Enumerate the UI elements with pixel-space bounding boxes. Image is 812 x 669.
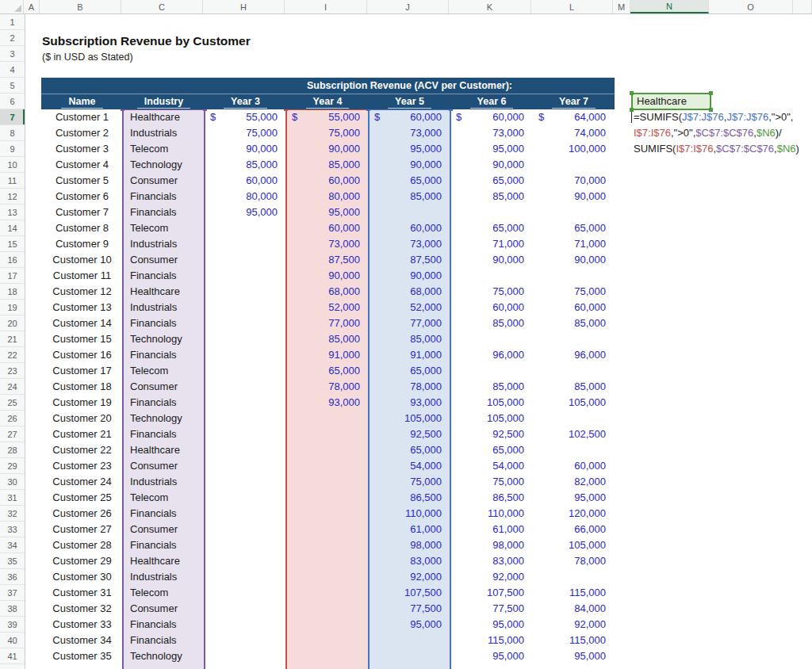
cell-industry[interactable]: Technology (123, 331, 205, 347)
cell-name[interactable]: Customer 30 (41, 569, 123, 585)
cell-year4[interactable] (286, 458, 369, 474)
cell-year4[interactable]: 85,000 (286, 331, 369, 347)
table-header-year-3[interactable]: Year 3 (205, 94, 286, 109)
row-header-17[interactable]: 17 (0, 268, 25, 284)
cell-year5[interactable]: 85,000 (369, 189, 450, 205)
cell-year4[interactable] (286, 648, 369, 664)
cell-year5[interactable]: 61,000 (369, 522, 450, 537)
cell-year4[interactable] (286, 411, 369, 426)
table-header-name[interactable]: Name (41, 94, 123, 109)
cell-year6[interactable]: 65,000 (450, 442, 533, 458)
cell-year7[interactable]: 95,000 (533, 648, 615, 664)
cell-year3[interactable] (205, 648, 286, 664)
cell-year4[interactable] (286, 426, 369, 442)
cell-year4[interactable]: 65,000 (286, 363, 369, 379)
cell-year6[interactable]: 61,000 (450, 522, 533, 537)
cell-industry[interactable]: Telecom (123, 585, 205, 601)
cell-year4[interactable] (286, 537, 369, 553)
cell-industry[interactable]: Consumer (123, 173, 205, 189)
cell-year3[interactable] (205, 315, 286, 331)
cell-name[interactable]: Customer 33 (41, 617, 123, 633)
cell-name[interactable]: Customer 16 (41, 347, 123, 363)
row-header-16[interactable]: 16 (0, 252, 25, 268)
cell-year3[interactable] (205, 268, 286, 284)
cell-year5[interactable]: 93,000 (369, 395, 450, 411)
cell-year4[interactable] (286, 617, 369, 633)
column-header-N[interactable]: N (630, 0, 709, 13)
cell-year4[interactable]: 91,000 (286, 347, 369, 363)
row-header-37[interactable]: 37 (0, 585, 25, 601)
cell-name[interactable]: Customer 28 (41, 537, 123, 553)
table-header-year-7[interactable]: Year 7 (533, 94, 615, 109)
cell-year3[interactable] (205, 395, 286, 411)
cell-year7[interactable]: 66,000 (533, 522, 615, 537)
cell-year7[interactable]: 60,000 (533, 458, 615, 474)
row-header-38[interactable]: 38 (0, 601, 25, 617)
cell-year6[interactable]: 105,000 (450, 411, 533, 426)
cell-industry[interactable]: Financials (123, 205, 205, 220)
cell-year4[interactable] (286, 474, 369, 490)
cell-name[interactable]: Customer 17 (41, 363, 123, 379)
cell-industry[interactable]: Industrials (123, 474, 205, 490)
cell-name[interactable]: Customer 6 (41, 189, 123, 205)
cell-name[interactable]: Customer 10 (41, 252, 123, 268)
cell-year7[interactable] (533, 331, 615, 347)
cell-year6[interactable] (450, 268, 533, 284)
cell-year3[interactable]: 60,000 (205, 173, 286, 189)
cell-industry[interactable]: Healthcare (123, 553, 205, 569)
cell-year6[interactable]: $60,000 (450, 109, 533, 125)
cell-year7[interactable]: 82,000 (533, 474, 615, 490)
row-header-4[interactable]: 4 (0, 62, 25, 78)
cell-industry[interactable]: Telecom (123, 490, 205, 506)
cell-year6[interactable]: 92,500 (450, 426, 533, 442)
row-header-19[interactable]: 19 (0, 300, 25, 315)
cell-year7[interactable]: 65,000 (533, 220, 615, 236)
cell-year7[interactable]: 70,000 (533, 173, 615, 189)
row-header-21[interactable]: 21 (0, 331, 25, 347)
column-header-B[interactable]: B (40, 0, 121, 13)
cell-industry[interactable]: Healthcare (123, 284, 205, 300)
cell-year3[interactable] (205, 252, 286, 268)
cell-year3[interactable] (205, 537, 286, 553)
cell-year7[interactable]: 105,000 (533, 537, 615, 553)
cell-year5[interactable] (369, 633, 450, 648)
cell-year4[interactable]: 90,000 (286, 268, 369, 284)
row-header-1[interactable]: 1 (0, 14, 25, 30)
cell-year3[interactable] (205, 347, 286, 363)
cell-name[interactable]: Customer 3 (41, 141, 123, 157)
cell-year4[interactable] (286, 490, 369, 506)
cell-year3[interactable]: $55,000 (205, 109, 286, 125)
cell-industry[interactable]: Telecom (123, 141, 205, 157)
cell-year7[interactable]: 92,000 (533, 617, 615, 633)
cell-industry[interactable]: Technology (123, 411, 205, 426)
cell-name[interactable]: Customer 7 (41, 205, 123, 220)
cell-year3[interactable]: 85,000 (205, 157, 286, 173)
cell-year4[interactable]: 80,000 (286, 189, 369, 205)
cell-year6[interactable]: 86,500 (450, 490, 533, 506)
cell-industry[interactable]: Healthcare (123, 442, 205, 458)
cell-year6[interactable] (450, 363, 533, 379)
table-header-year-6[interactable]: Year 6 (450, 94, 533, 109)
row-header-8[interactable]: 8 (0, 125, 25, 141)
cell-year3[interactable] (205, 236, 286, 252)
cell-name[interactable]: Customer 22 (41, 442, 123, 458)
row-header-31[interactable]: 31 (0, 490, 25, 506)
row-header-20[interactable]: 20 (0, 315, 25, 331)
cell-year7[interactable]: 85,000 (533, 315, 615, 331)
cell-year4[interactable]: 52,000 (286, 300, 369, 315)
cell-industry[interactable]: Industrials (123, 236, 205, 252)
row-header-15[interactable]: 15 (0, 236, 25, 252)
row-header-29[interactable]: 29 (0, 458, 25, 474)
cell-year5[interactable]: 77,000 (369, 315, 450, 331)
sheet-title[interactable]: Subscription Revenue by Customer (42, 34, 251, 48)
cell-name[interactable]: Customer 24 (41, 474, 123, 490)
column-header-I[interactable]: I (285, 0, 367, 13)
cell-year6[interactable]: 73,000 (450, 125, 533, 141)
cell-name[interactable]: Customer 21 (41, 426, 123, 442)
cell-year4[interactable] (286, 601, 369, 617)
cell-year7[interactable]: 84,000 (533, 601, 615, 617)
cell-year6[interactable]: 107,500 (450, 585, 533, 601)
cell-year3[interactable] (205, 411, 286, 426)
cell-name[interactable]: Customer 2 (41, 125, 123, 141)
cell-year3[interactable] (205, 506, 286, 522)
